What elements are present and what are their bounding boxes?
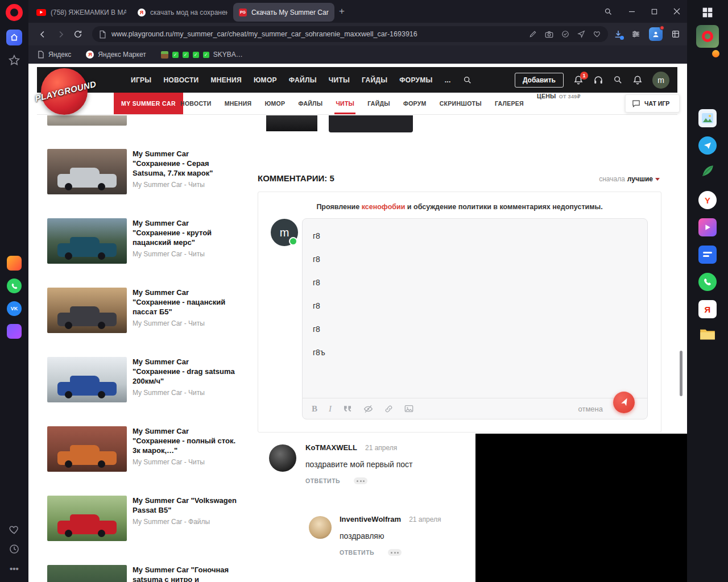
add-content-button[interactable]: Добавить xyxy=(515,73,564,88)
xenophobia-link[interactable]: ксенофобии xyxy=(362,203,406,211)
nav-games[interactable]: ИГРЫ xyxy=(131,76,151,84)
item-title[interactable]: My Summer Car "Сохранение - drag satsuma… xyxy=(133,357,237,386)
thumbnail[interactable] xyxy=(47,357,127,402)
list-item[interactable]: My Summer Car "Сохранение - полный сток.… xyxy=(47,426,241,472)
nav-humor[interactable]: ЮМОР xyxy=(254,76,277,84)
nav-search-icon[interactable] xyxy=(463,76,472,85)
avatar[interactable] xyxy=(309,516,332,539)
downloads-icon[interactable] xyxy=(614,30,623,39)
item-title[interactable]: My Summer Car "Volkswagen Passat B5" xyxy=(133,496,237,515)
thumbnail[interactable] xyxy=(47,288,127,333)
back-button[interactable] xyxy=(38,30,48,39)
list-item[interactable]: My Summer Car "Гоночная satsuma с нитро … xyxy=(47,565,241,582)
extensions-sliders-icon[interactable] xyxy=(631,30,640,39)
nav-cheats[interactable]: ЧИТЫ xyxy=(329,76,350,84)
item-title[interactable]: My Summer Car "Сохранение - Серая Satsum… xyxy=(133,149,237,178)
avatar[interactable] xyxy=(269,444,296,472)
tab-playground-active[interactable]: PG Скачать My Summer Car " xyxy=(233,3,334,22)
item-title[interactable]: My Summer Car "Сохранение - пацанский па… xyxy=(133,288,237,317)
thumbnail[interactable] xyxy=(47,426,127,472)
yandex-app-icon[interactable]: Я xyxy=(687,300,728,318)
bold-button[interactable]: B xyxy=(312,404,317,414)
playground-logo[interactable]: PLAYGROUND xyxy=(36,67,93,116)
history-clock-icon[interactable] xyxy=(0,543,28,555)
reply-button[interactable]: ОТВЕТИТЬ xyxy=(340,549,374,556)
list-item[interactable]: My Summer Car "Сохранение - drag satsuma… xyxy=(47,357,241,402)
bookmark-heart-icon[interactable] xyxy=(593,30,601,38)
flow-send-icon[interactable] xyxy=(577,30,585,38)
app-orange-icon[interactable] xyxy=(0,256,28,271)
reload-button[interactable] xyxy=(73,30,82,39)
list-item[interactable]: My Summer Car "Volkswagen Passat B5"My S… xyxy=(47,496,241,541)
opera-taskbar-icon[interactable] xyxy=(687,25,728,48)
app-purple-icon[interactable] xyxy=(0,324,28,339)
game-title-block[interactable]: MY SUMMER CAR xyxy=(114,93,183,114)
profile-icon[interactable] xyxy=(649,27,663,41)
subnav-prices[interactable]: ЦЕНЫ ОТ 349₽ xyxy=(537,93,581,114)
sidebar-more-icon[interactable]: ••• xyxy=(0,564,28,573)
shield-check-icon[interactable] xyxy=(561,30,569,38)
alerts-bell-icon[interactable] xyxy=(632,75,643,85)
thumbnail[interactable] xyxy=(47,496,127,541)
nav-files[interactable]: ФАЙЛЫ xyxy=(289,76,317,84)
subnav-opinions[interactable]: МНЕНИЯ xyxy=(225,93,252,114)
subnav-humor[interactable]: ЮМОР xyxy=(264,93,285,114)
thumbnail[interactable] xyxy=(47,149,127,194)
tab-youtube[interactable]: (758) ЯЖЕМАМКИ В МАГ xyxy=(31,3,132,22)
tab-yandex-search[interactable]: Я скачать мод на сохранен xyxy=(132,3,233,22)
edit-share-icon[interactable] xyxy=(529,30,537,38)
nav-guides[interactable]: ГАЙДЫ xyxy=(362,76,387,84)
nav-forums[interactable]: ФОРУМЫ xyxy=(399,76,432,84)
bookmark-skyblock[interactable]: ✓✓✓✓ SKYBA… xyxy=(161,51,243,59)
comment-author[interactable]: KoTMAXWELL xyxy=(305,443,357,452)
more-options-button[interactable] xyxy=(354,477,367,484)
nav-opinions[interactable]: МНЕНИЯ xyxy=(211,76,242,84)
address-bar[interactable]: www.playground.ru/my_summer_car/cheat/my… xyxy=(92,26,608,42)
bookmarks-star-icon[interactable] xyxy=(0,54,28,66)
list-item[interactable]: My Summer Car "Сохранение - Серая Satsum… xyxy=(47,149,241,194)
nav-news[interactable]: НОВОСТИ xyxy=(163,76,198,84)
yandex-browser-icon[interactable]: Y xyxy=(687,191,728,209)
start-button[interactable] xyxy=(687,7,728,18)
italic-button[interactable]: I xyxy=(329,404,332,414)
whatsapp-taskbar-icon[interactable] xyxy=(687,273,728,291)
url-text[interactable]: www.playground.ru/my_summer_car/cheat/my… xyxy=(111,30,529,38)
item-title[interactable]: My Summer Car "Гоночная satsuma с нитро … xyxy=(133,565,237,582)
link-button[interactable] xyxy=(384,405,393,413)
subnav-cheats-active[interactable]: ЧИТЫ xyxy=(336,93,354,114)
extensions-cube-icon[interactable] xyxy=(671,30,680,39)
item-title[interactable]: My Summer Car "Сохранение - полный сток.… xyxy=(133,426,237,455)
subnav-guides[interactable]: ГАЙДЫ xyxy=(367,93,390,114)
notifications-bell-icon[interactable]: 1 xyxy=(573,75,584,85)
subnav-screenshots[interactable]: СКРИНШОТЫ xyxy=(440,93,482,114)
list-item-thumbnail-partial[interactable] xyxy=(47,115,127,126)
image-button[interactable] xyxy=(404,405,413,413)
titlebar-search-icon[interactable] xyxy=(604,7,613,16)
thumbnail[interactable] xyxy=(47,565,127,582)
cancel-button[interactable]: отмена xyxy=(578,405,603,413)
feather-icon[interactable] xyxy=(687,164,728,178)
bookmark-yandex[interactable]: Яндекс xyxy=(38,51,71,59)
list-item[interactable]: My Summer Car "Сохранение - пацанский па… xyxy=(47,288,241,333)
folder-icon[interactable] xyxy=(687,327,728,341)
opera-menu-icon[interactable] xyxy=(0,4,28,21)
scrollbar-thumb[interactable] xyxy=(680,351,682,396)
maximize-button[interactable] xyxy=(651,9,657,15)
comment-author[interactable]: InventiveWolfram xyxy=(340,515,401,523)
article-image-partial[interactable] xyxy=(266,115,317,131)
subnav-gallery[interactable]: ГАЛЕРЕЯ xyxy=(495,93,524,114)
subnav-forum[interactable]: ФОРУМ xyxy=(403,93,427,114)
sort-value[interactable]: лучшие xyxy=(627,175,653,183)
list-item[interactable]: My Summer Car "Сохранение - крутой пацан… xyxy=(47,218,241,264)
spoiler-eye-off-button[interactable] xyxy=(363,405,373,413)
telegram-icon[interactable] xyxy=(687,136,728,155)
whatsapp-icon[interactable] xyxy=(0,278,28,293)
more-options-button[interactable] xyxy=(388,549,402,556)
item-title[interactable]: My Summer Car "Сохранение - крутой пацан… xyxy=(133,218,237,247)
snapshot-camera-icon[interactable] xyxy=(545,31,553,38)
new-tab-button[interactable]: + xyxy=(334,4,349,19)
quote-button[interactable] xyxy=(343,405,352,413)
subnav-news[interactable]: НОВОСТИ xyxy=(180,93,212,114)
comments-sort[interactable]: сначала лучшие xyxy=(599,175,660,183)
start-page-icon[interactable] xyxy=(0,30,28,45)
